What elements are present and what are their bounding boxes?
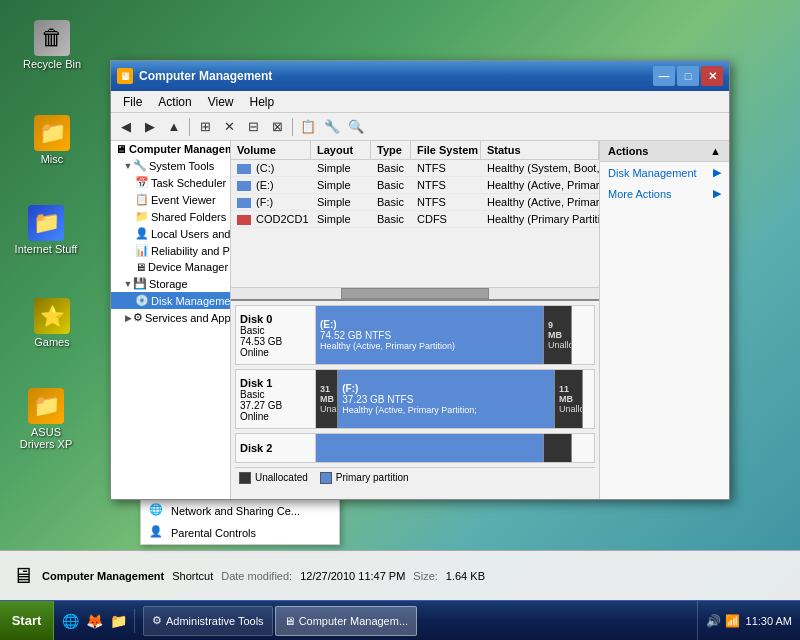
toolbar-btn3[interactable]: ⊟	[242, 116, 264, 138]
toolbar-export[interactable]: 📋	[297, 116, 319, 138]
cell-volume-3: COD2CD1 (D:)	[231, 211, 311, 227]
desktop-icon-misc[interactable]: 📁 Misc	[20, 115, 84, 165]
partition-1-2[interactable]: 11 MB Unalloc	[555, 370, 583, 428]
disk-partitions-2	[316, 434, 594, 462]
desktop-icon-asus-drivers[interactable]: 📁 ASUS Drivers XP	[14, 388, 78, 450]
toolbar-btn4[interactable]: ⊠	[266, 116, 288, 138]
legend: Unallocated Primary partition	[235, 467, 595, 487]
quick-launch-ie[interactable]: 🌐	[58, 609, 82, 633]
cell-status-3: Healthy (Primary Partition)	[481, 211, 599, 227]
expand-icon: ▼	[123, 161, 133, 171]
menu-view[interactable]: View	[200, 93, 242, 111]
tree-task-scheduler[interactable]: 📅 Task Scheduler	[111, 174, 230, 191]
partition-label-10: 31 MB	[320, 384, 333, 404]
taskbar-item-computer-management[interactable]: 🖥 Computer Managem...	[275, 606, 417, 636]
tree-local-users[interactable]: 👤 Local Users and G...	[111, 225, 230, 242]
desktop-icon-recycle-bin[interactable]: 🗑 Recycle Bin	[20, 20, 84, 70]
actions-more[interactable]: More Actions ▶	[600, 183, 729, 204]
partition-detail-10: Unallocat...	[320, 404, 333, 414]
cp-item-network[interactable]: 🌐 Network and Sharing Ce...	[141, 500, 339, 522]
network-icon: 🌐	[149, 503, 165, 519]
disk-name-1: Disk 1	[240, 377, 311, 389]
toolbar-forward[interactable]: ▶	[139, 116, 161, 138]
right-content-area: Volume Layout Type File System Status	[231, 141, 729, 499]
col-header-status[interactable]: Status	[481, 141, 599, 159]
partition-1-0[interactable]: 31 MB Unallocat...	[316, 370, 338, 428]
status-size: 1.64 KB	[446, 570, 485, 582]
taskbar-items: ⚙ Administrative Tools 🖥 Computer Manage…	[139, 601, 697, 640]
legend-unalloc-box	[239, 472, 251, 484]
table-row[interactable]: COD2CD1 (D:) Simple Basic CDFS Healthy (…	[231, 211, 599, 228]
tree-device-manager[interactable]: 🖥 Device Manager	[111, 259, 230, 275]
cp-item-parental[interactable]: 👤 Parental Controls	[141, 522, 339, 544]
disk-name-2: Disk 2	[240, 442, 311, 454]
partition-label: (E:)	[320, 319, 539, 330]
tree-shared-folders[interactable]: 📁 Shared Folders	[111, 208, 230, 225]
partition-0-1[interactable]: 9 MB Unalloc...	[544, 306, 572, 364]
asus-drivers-icon: 📁	[28, 388, 64, 424]
taskbar: Start 🌐 🦊 📁 ⚙ Administrative Tools 🖥 Com…	[0, 600, 800, 640]
tree-event-viewer[interactable]: 📋 Event Viewer	[111, 191, 230, 208]
close-button[interactable]: ✕	[701, 66, 723, 86]
maximize-button[interactable]: □	[677, 66, 699, 86]
partition-0-0[interactable]: (E:) 74.52 GB NTFS Healthy (Active, Prim…	[316, 306, 544, 364]
h-scrollbar[interactable]	[231, 287, 599, 299]
tree-reliability[interactable]: 📊 Reliability and Perf...	[111, 242, 230, 259]
menu-help[interactable]: Help	[242, 93, 283, 111]
desktop-icon-internet-stuff[interactable]: 📁 Internet Stuff	[14, 205, 78, 255]
status-type: Shortcut	[172, 570, 213, 582]
tree-disk-icon: 💿	[135, 294, 149, 307]
partition-sub: Healthy (Active, Primary Partition)	[320, 341, 539, 351]
menu-action[interactable]: Action	[150, 93, 199, 111]
col-header-volume[interactable]: Volume	[231, 141, 311, 159]
col-header-layout[interactable]: Layout	[311, 141, 371, 159]
desktop-icon-games[interactable]: ⭐ Games	[20, 298, 84, 348]
actions-arrow-icon: ▲	[710, 145, 721, 157]
tree-root-icon: 🖥	[115, 143, 126, 155]
table-row[interactable]: (C:) Simple Basic NTFS Healthy (System, …	[231, 160, 599, 177]
tree-users-icon: 👤	[135, 227, 149, 240]
toolbar-search[interactable]: 🔍	[345, 116, 367, 138]
h-scroll-thumb[interactable]	[341, 288, 488, 299]
internet-stuff-icon: 📁	[28, 205, 64, 241]
cell-volume-0: (C:)	[231, 160, 311, 176]
quick-launch-firefox[interactable]: 🦊	[82, 609, 106, 633]
tree-root[interactable]: 🖥 Computer Management	[111, 141, 230, 157]
actions-arrow-1: ▶	[713, 187, 721, 200]
partition-1-1[interactable]: (F:) 37.23 GB NTFS Healthy (Active, Prim…	[338, 370, 555, 428]
status-area: 🖥 Computer Management Shortcut Date modi…	[0, 550, 800, 600]
quick-launch-explorer[interactable]: 📁	[106, 609, 130, 633]
tree-services[interactable]: ▶ ⚙ Services and Applicat...	[111, 309, 230, 326]
partition-2-1[interactable]	[544, 434, 572, 462]
menu-file[interactable]: File	[115, 93, 150, 111]
disk-layout-section: Disk 0 Basic 74.53 GB Online (E:) 74.52 …	[231, 301, 599, 499]
toolbar-back[interactable]: ◀	[115, 116, 137, 138]
tree-system-tools[interactable]: ▼ 🔧 System Tools	[111, 157, 230, 174]
toolbar-btn2[interactable]: ✕	[218, 116, 240, 138]
tree-storage[interactable]: ▼ 💾 Storage	[111, 275, 230, 292]
table-row[interactable]: (E:) Simple Basic NTFS Healthy (Active, …	[231, 177, 599, 194]
main-content: 🖥 Computer Management ▼ 🔧 System Tools 📅…	[111, 141, 729, 499]
col-header-fs[interactable]: File System	[411, 141, 481, 159]
system-tray: 🔊 📶 11:30 AM	[697, 601, 800, 640]
disk-name-0: Disk 0	[240, 313, 311, 325]
table-row[interactable]: (F:) Simple Basic NTFS Healthy (Active, …	[231, 194, 599, 211]
tree-disk-management[interactable]: 💿 Disk Management	[111, 292, 230, 309]
start-button[interactable]: Start	[0, 601, 54, 641]
toolbar-properties[interactable]: 🔧	[321, 116, 343, 138]
toolbar-show-hide[interactable]: ⊞	[194, 116, 216, 138]
toolbar: ◀ ▶ ▲ ⊞ ✕ ⊟ ⊠ 📋 🔧 🔍	[111, 113, 729, 141]
taskbar-item-admin-tools[interactable]: ⚙ Administrative Tools	[143, 606, 273, 636]
disk-status-1: Online	[240, 411, 311, 422]
tree-services-icon: ⚙	[133, 311, 143, 324]
partition-label-1: 9 MB	[548, 320, 567, 340]
col-header-type[interactable]: Type	[371, 141, 411, 159]
disk-table-header: Volume Layout Type File System Status	[231, 141, 599, 160]
cell-type-2: Basic	[371, 194, 411, 210]
cell-layout-3: Simple	[311, 211, 371, 227]
toolbar-up[interactable]: ▲	[163, 116, 185, 138]
tree-storage-icon: 💾	[133, 277, 147, 290]
actions-disk-management[interactable]: Disk Management ▶	[600, 162, 729, 183]
minimize-button[interactable]: —	[653, 66, 675, 86]
partition-2-0[interactable]	[316, 434, 544, 462]
